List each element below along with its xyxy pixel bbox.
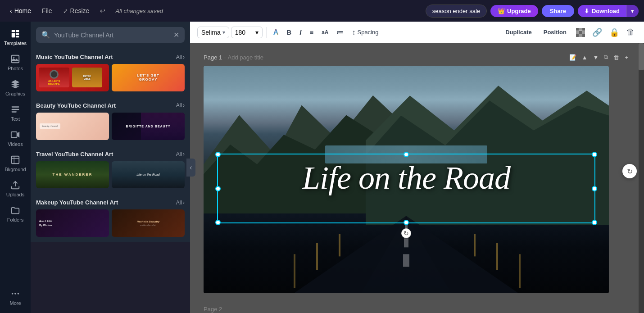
svg-rect-15	[474, 234, 476, 256]
sidebar-item-text[interactable]: Text	[2, 101, 29, 125]
sidebar-item-folders[interactable]: Folders	[2, 202, 29, 226]
file-label: File	[42, 7, 52, 14]
texture-button[interactable]	[574, 26, 587, 39]
beauty-section-title: Beauty YouTube Channel Art	[36, 102, 116, 109]
download-icon: ⬇	[584, 8, 589, 14]
page-add-button[interactable]: +	[622, 53, 630, 62]
file-button[interactable]: File	[37, 5, 57, 17]
canvas-frame[interactable]: ↻ Life on the Road	[204, 66, 609, 293]
template-card[interactable]: How I EditMy Photos	[36, 209, 109, 237]
svg-rect-5	[12, 55, 19, 63]
page-up-button[interactable]: ▲	[580, 53, 590, 62]
search-input[interactable]	[54, 32, 170, 39]
undo-button[interactable]: ↩	[95, 5, 110, 17]
template-card[interactable]: HAILEY'SMIXTAPE RETROVIBES	[36, 64, 109, 91]
position-button[interactable]: Position	[539, 27, 571, 38]
sidebar-item-photos-label: Photos	[8, 66, 23, 71]
duplicate-label: Duplicate	[505, 29, 532, 36]
italic-button[interactable]: I	[296, 26, 304, 38]
page-controls: 📝 ▲ ▼ ⧉ 🗑 +	[567, 52, 630, 62]
template-card[interactable]: Life on the Road	[112, 161, 185, 189]
graphics-icon	[10, 79, 20, 89]
sidebar-item-videos[interactable]: Videos	[2, 126, 29, 150]
makeup-all-button[interactable]: All ›	[176, 200, 185, 206]
font-size-select[interactable]: 180 ▾	[231, 27, 263, 38]
italic-icon: I	[299, 28, 301, 36]
scrollbar-thumb[interactable]	[639, 43, 644, 70]
canvas-main-text[interactable]: Life on the Road	[204, 160, 609, 196]
spacing-button[interactable]: ↕ Spacing	[348, 26, 382, 39]
page-copy-button[interactable]: ⧉	[602, 52, 610, 62]
svg-rect-16	[496, 243, 498, 270]
sidebar-item-graphics[interactable]: Graphics	[2, 76, 29, 100]
lock-button[interactable]: 🔒	[607, 25, 621, 40]
page-down-button[interactable]: ▼	[591, 53, 601, 62]
feedback-icon: ↻	[627, 167, 633, 176]
sidebar-item-more[interactable]: More	[2, 285, 29, 309]
template-card[interactable]: LET'S GETGROOVY	[112, 64, 185, 91]
page-note-button[interactable]: 📝	[567, 53, 579, 62]
makeup-section-title: Makeup YouTube Channel Art	[36, 199, 118, 206]
upgrade-button[interactable]: 👑 Upgrade	[490, 5, 538, 17]
more-icon	[10, 289, 20, 299]
bold-button[interactable]: B	[283, 26, 295, 38]
template-card[interactable]: THE WANDERER	[36, 161, 109, 189]
download-button[interactable]: ⬇ Download	[578, 5, 626, 17]
beauty-all-button[interactable]: All ›	[176, 102, 185, 109]
sidebar-item-background[interactable]: Bkground	[2, 151, 29, 176]
sidebar-item-photos[interactable]: Photos	[2, 50, 29, 75]
home-button[interactable]: ‹ Home	[5, 5, 36, 17]
link-icon: 🔗	[592, 27, 602, 37]
template-card[interactable]: BRIGITTE AND BEAUTY	[112, 113, 185, 140]
resize-button[interactable]: ⤢ Resize	[59, 5, 94, 17]
link-button[interactable]: 🔗	[590, 25, 604, 40]
search-container: 🔍 ✕	[31, 22, 190, 48]
home-label: Home	[14, 7, 31, 14]
align-button[interactable]: ≡	[306, 26, 317, 38]
music-template-grid: HAILEY'SMIXTAPE RETROVIBES LET'S GETGROO…	[36, 64, 185, 91]
vertical-scrollbar[interactable]	[639, 43, 644, 313]
music-all-button[interactable]: All ›	[176, 54, 185, 60]
chevron-left-icon: ‹	[10, 7, 12, 14]
page2-hint: Page 2	[204, 302, 630, 313]
search-box: 🔍 ✕	[36, 27, 185, 43]
videos-icon	[10, 130, 20, 140]
search-clear-button[interactable]: ✕	[173, 31, 179, 39]
svg-rect-3	[16, 33, 19, 35]
list-button[interactable]: ≔	[333, 26, 346, 39]
template-card[interactable]: beauty channel	[36, 113, 109, 140]
download-dropdown-button[interactable]: ▾	[626, 5, 639, 17]
page-title-input[interactable]: Add page title	[228, 54, 264, 61]
resize-icon: ⤢	[63, 8, 68, 14]
toolbar-right: Duplicate Position 🔗 🔒	[501, 25, 637, 40]
sidebar-item-templates[interactable]: Templates	[2, 25, 29, 50]
page-delete-button[interactable]: 🗑	[611, 53, 621, 62]
feedback-button[interactable]: ↻	[622, 164, 637, 178]
font-chevron-icon: ▾	[222, 29, 225, 36]
music-section-header: Music YouTube Channel Art All ›	[36, 54, 185, 60]
duplicate-button[interactable]: Duplicate	[501, 27, 536, 38]
template-card[interactable]: Rachelle Beaudry youtube channel art	[112, 209, 185, 237]
case-button[interactable]: aA	[318, 27, 331, 38]
svg-rect-14	[294, 254, 295, 288]
sidebar-item-uploads[interactable]: Uploads	[2, 177, 29, 201]
panel-collapse-button[interactable]: ‹	[186, 159, 195, 177]
sidebar-item-uploads-label: Uploads	[6, 192, 24, 197]
sidebar-item-graphics-label: Graphics	[5, 91, 25, 96]
font-family-select[interactable]: Selima ▾	[197, 27, 229, 38]
folders-icon	[10, 205, 20, 215]
uploads-icon	[10, 180, 20, 190]
share-button[interactable]: Share	[542, 5, 574, 17]
season-sale-button[interactable]: season ender sale	[426, 5, 487, 18]
travel-all-button[interactable]: All ›	[176, 151, 185, 157]
canvas-area[interactable]: Page 1 - Add page title 📝 ▲ ▼ ⧉ 🗑 +	[190, 43, 644, 313]
texture-icon	[576, 28, 585, 37]
chevron-right-icon: ›	[183, 102, 185, 109]
svg-point-9	[12, 293, 14, 295]
travel-section-header: Travel YouTube Channel Art All ›	[36, 151, 185, 158]
delete-button[interactable]: 🗑	[624, 25, 637, 39]
beauty-section: Beauty YouTube Channel Art All › beauty …	[31, 97, 190, 145]
autosave-status: All changes saved	[115, 8, 163, 14]
sidebar-item-text-label: Text	[11, 116, 20, 122]
text-color-button[interactable]: A	[270, 26, 282, 39]
